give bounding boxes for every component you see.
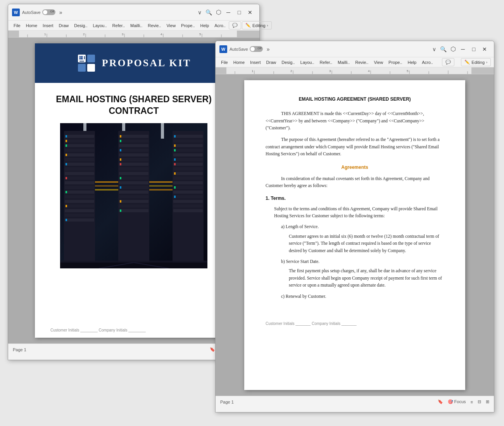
svg-rect-36 (66, 140, 67, 142)
minimize-btn-2[interactable]: ─ (457, 44, 468, 55)
ribbon-tab-home-1[interactable]: Home (24, 22, 40, 29)
ribbon-tab-references-1[interactable]: Refer.. (110, 22, 127, 29)
ribbon-collapse-btn-1[interactable]: » (58, 9, 64, 16)
ribbon-1: File Home Insert Draw Desig.. Layou.. Re… (8, 21, 259, 31)
content-para2: The purpose of this Agreement (hereafter… (266, 136, 444, 157)
svg-rect-97 (173, 158, 203, 161)
svg-text:5: 5 (407, 69, 409, 73)
search-btn-1[interactable]: 🔍 (203, 9, 214, 16)
ribbon-tab-draw-1[interactable]: Draw (57, 22, 71, 29)
editing-btn-1[interactable]: ✏️ Editing › (242, 21, 272, 29)
ribbon-tab-references-2[interactable]: Refer.. (318, 58, 335, 66)
svg-rect-33 (65, 135, 94, 138)
svg-rect-109 (173, 195, 203, 198)
status-icon-1[interactable]: 🔖 (210, 347, 215, 352)
svg-rect-64 (119, 139, 148, 143)
svg-text:1: 1 (252, 69, 254, 73)
svg-rect-21 (87, 55, 95, 62)
editing-chevron-2: › (486, 60, 487, 64)
svg-rect-99 (173, 163, 203, 166)
ribbon-tab-file-1[interactable]: File (11, 22, 23, 29)
ribbon-tab-insert-2[interactable]: Insert (248, 58, 263, 66)
svg-rect-98 (174, 158, 176, 161)
ribbon-tab-mailings-1[interactable]: Mailli.. (128, 22, 145, 29)
ribbon-tab-properties-2[interactable]: Prope.. (386, 58, 404, 66)
svg-rect-82 (119, 195, 148, 198)
svg-rect-78 (119, 181, 148, 184)
ribbon-tab-review-1[interactable]: Revie.. (145, 22, 163, 29)
ribbon-tab-design-2[interactable]: Desig.. (279, 58, 297, 66)
diamond-btn-1[interactable]: ⬡ (214, 8, 223, 17)
svg-rect-115 (95, 185, 118, 187)
word-icon-1: W (12, 9, 20, 16)
ribbon-tab-acrobat-2[interactable]: Acro.. (419, 58, 435, 66)
editing-btn-2[interactable]: ✏️ Editing › (461, 58, 491, 66)
diamond-btn-2[interactable]: ⬡ (449, 45, 457, 53)
ribbon-tab-properties-1[interactable]: Prope.. (179, 22, 197, 29)
svg-rect-34 (66, 135, 67, 137)
ribbon-tab-layout-2[interactable]: Layou.. (298, 58, 317, 66)
ribbon-tab-draw-2[interactable]: Draw (264, 58, 279, 66)
layout-icon-5[interactable]: ⊟ (478, 399, 481, 404)
svg-rect-121 (60, 261, 207, 263)
ribbon-tab-design-1[interactable]: Desig.. (72, 22, 90, 29)
content-initials: Customer Initials _______ Company Initia… (266, 318, 444, 327)
ribbon-tab-help-2[interactable]: Help (406, 58, 419, 66)
ribbon-2: File Home Insert Draw Desig.. Layou.. Re… (216, 57, 494, 67)
layout-icon-4[interactable]: ≡ (471, 400, 473, 404)
maximize-btn-2[interactable]: □ (468, 44, 479, 55)
ribbon-tab-home-2[interactable]: Home (231, 58, 247, 66)
svg-rect-22 (78, 64, 86, 72)
svg-rect-49 (65, 181, 94, 184)
svg-rect-65 (120, 140, 121, 142)
autosave-toggle-1[interactable]: Off (42, 9, 55, 15)
ribbon-tab-acrobat-1[interactable]: Acro.. (212, 22, 228, 29)
editing-label-1: Editing (252, 23, 266, 28)
cover-server-image (60, 123, 207, 268)
svg-rect-94 (173, 149, 203, 152)
svg-rect-124 (216, 67, 494, 74)
ribbon-tab-layout-1[interactable]: Layou.. (91, 22, 109, 29)
comment-btn-1[interactable]: 💬 (229, 21, 241, 29)
svg-rect-23 (87, 64, 95, 72)
content-body: EMAIL HOSTING AGREEMENT (SHARED SERVER) … (244, 80, 465, 342)
svg-rect-26 (79, 61, 84, 62)
maximize-btn-1[interactable]: □ (234, 7, 245, 18)
initials-text-1: Customer Initials ________ Company Initi… (50, 328, 146, 332)
ribbon-tab-review-2[interactable]: Revie.. (353, 58, 371, 66)
status-icon-2[interactable]: 🔖 (438, 399, 443, 404)
svg-rect-46 (65, 172, 94, 175)
svg-rect-73 (120, 163, 121, 165)
ribbon-tab-mailings-2[interactable]: Mailli.. (335, 58, 352, 66)
nav-back-btn-1[interactable]: ∨ (196, 9, 203, 16)
ribbon-tab-insert-1[interactable]: Insert (40, 22, 56, 29)
ribbon-tab-help-1[interactable]: Help (198, 22, 212, 29)
close-btn-2[interactable]: ✕ (479, 44, 490, 55)
svg-text:3: 3 (329, 69, 331, 73)
server-rack-svg (60, 123, 207, 268)
ribbon-collapse-btn-2[interactable]: » (265, 45, 271, 53)
svg-rect-50 (65, 186, 94, 189)
section-intro: In consideration of the mutual covenants… (266, 175, 444, 189)
autosave-toggle-2[interactable]: Off (250, 46, 263, 52)
ribbon-tab-view-2[interactable]: View (371, 58, 385, 66)
pk-title: PROPOSAL KIT (102, 57, 191, 69)
svg-rect-66 (119, 144, 148, 147)
page-num-1: Page 1 (13, 347, 26, 352)
focus-label-2[interactable]: 🎯 Focus (448, 399, 466, 404)
svg-rect-37 (65, 144, 94, 147)
minimize-btn-1[interactable]: ─ (223, 7, 234, 18)
search-btn-2[interactable]: 🔍 (438, 45, 449, 53)
svg-rect-126 (471, 67, 494, 74)
close-btn-1[interactable]: ✕ (245, 7, 255, 18)
svg-rect-58 (65, 214, 94, 217)
svg-rect-118 (149, 185, 173, 187)
svg-rect-57 (65, 209, 94, 212)
svg-rect-90 (174, 135, 176, 137)
layout-icon-6[interactable]: ⊞ (486, 399, 489, 404)
ribbon-tab-file-2[interactable]: File (219, 58, 230, 66)
comment-btn-2[interactable]: 💬 (442, 58, 454, 66)
editing-label-2: Editing (471, 60, 485, 65)
nav-back-btn-2[interactable]: ∨ (431, 45, 438, 53)
ribbon-tab-view-1[interactable]: View (164, 22, 178, 29)
